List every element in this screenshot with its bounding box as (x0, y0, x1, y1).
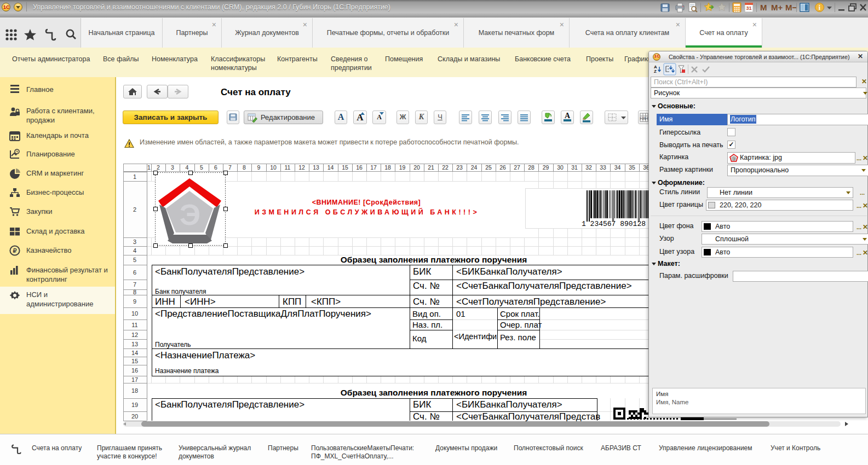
svg-text:<БИКБанкаПолучателя>: <БИКБанкаПолучателя> (456, 266, 562, 277)
svg-text:5: 5 (200, 164, 203, 171)
svg-text:34: 34 (614, 164, 621, 171)
svg-text:Образец заполнения платежного: Образец заполнения платежного поручения (341, 255, 527, 264)
svg-text:13: 13 (131, 341, 138, 347)
svg-text:4: 4 (133, 247, 136, 254)
svg-text:Э: Э (732, 157, 735, 161)
svg-text:<БанкПолучателяПредставление>: <БанкПолучателяПредставление> (155, 399, 304, 410)
svg-text:Код: Код (412, 334, 427, 343)
svg-text:15: 15 (342, 164, 348, 171)
svg-text:БИК: БИК (413, 399, 431, 410)
svg-text:1 234567 890128: 1 234567 890128 (582, 220, 646, 228)
svg-text:29: 29 (543, 164, 549, 171)
svg-text:01: 01 (456, 309, 465, 318)
svg-text:7: 7 (228, 164, 232, 171)
svg-text:31: 31 (571, 164, 578, 171)
svg-text:13: 13 (313, 164, 319, 171)
svg-text:26: 26 (499, 164, 506, 171)
svg-text:<СчетБанкаПолучателяПредставле: <СчетБанкаПолучателяПредставление> (456, 281, 632, 291)
svg-text:НАН: НАН (640, 117, 648, 120)
svg-text:19: 19 (131, 402, 138, 408)
svg-text:19: 19 (399, 164, 406, 171)
svg-text:<ИНН>: <ИНН> (185, 297, 216, 307)
svg-text:32: 32 (585, 164, 592, 171)
svg-text:31: 31 (746, 5, 751, 11)
svg-text:1: 1 (147, 164, 151, 171)
svg-text:₽: ₽ (13, 247, 17, 254)
svg-text:Получатель: Получатель (155, 341, 191, 348)
svg-text:18: 18 (384, 164, 391, 171)
svg-text:10: 10 (270, 164, 277, 171)
svg-text:Срок плат.: Срок плат. (500, 309, 540, 318)
svg-text:6: 6 (214, 164, 217, 171)
svg-text:<СчетБанкаПолучателяПредстав: <СчетБанкаПолучателяПредстав (456, 411, 600, 421)
svg-text:Назначение платежа: Назначение платежа (155, 367, 219, 375)
svg-text:3: 3 (133, 239, 136, 245)
svg-text:20: 20 (131, 413, 138, 420)
svg-text:Образец заполнения платежного: Образец заполнения платежного поручения (341, 388, 527, 397)
svg-text:КПП: КПП (283, 297, 301, 307)
svg-text:15: 15 (131, 358, 138, 364)
svg-text:21: 21 (428, 164, 434, 171)
svg-text:35: 35 (629, 164, 635, 171)
svg-text:5: 5 (133, 257, 136, 263)
svg-text:<НазначениеПлатежа>: <НазначениеПлатежа> (155, 350, 255, 361)
svg-text:11: 11 (131, 322, 137, 328)
svg-text:1: 1 (133, 173, 136, 180)
svg-text:12: 12 (131, 332, 138, 338)
svg-text:11: 11 (285, 164, 291, 171)
svg-text:M−: M− (785, 3, 797, 12)
svg-text:12: 12 (298, 164, 305, 171)
svg-text:Очер. плат: Очер. плат (500, 320, 542, 329)
svg-text:ИЗМЕНИЛСЯ ОБСЛУЖИВАЮЩИЙ БА: ИЗМЕНИЛСЯ ОБСЛУЖИВАЮЩИЙ БАНК!!!> (255, 208, 479, 216)
svg-text:10: 10 (131, 310, 138, 317)
svg-text:<ПредставлениеПоставщикаДляПла: <ПредставлениеПоставщикаДляПлатПоручения… (155, 309, 371, 319)
svg-text:18: 18 (131, 387, 138, 394)
svg-text:4: 4 (186, 164, 189, 171)
svg-text:8: 8 (133, 289, 136, 295)
svg-text:Вид оп.: Вид оп. (412, 309, 441, 318)
svg-text:Э: Э (180, 198, 200, 231)
svg-text:<ВНИМАНИЕ! [СрокДействия]: <ВНИМАНИЕ! [СрокДействия] (312, 199, 421, 206)
svg-text:Сч. №: Сч. № (413, 297, 440, 307)
svg-text:14: 14 (131, 350, 138, 356)
svg-text:30: 30 (557, 164, 564, 171)
svg-text:2: 2 (157, 164, 160, 171)
svg-text:БИК: БИК (413, 266, 431, 277)
svg-text:17: 17 (370, 164, 377, 171)
svg-text:M: M (760, 3, 767, 12)
svg-text:8: 8 (243, 164, 246, 171)
svg-text:16: 16 (131, 367, 138, 374)
svg-text:17: 17 (131, 376, 138, 383)
svg-text:Сч. №: Сч. № (413, 411, 440, 421)
svg-text:33: 33 (600, 164, 606, 171)
svg-text:Рез. поле: Рез. поле (500, 333, 536, 342)
svg-text:20: 20 (413, 164, 420, 171)
svg-text:14: 14 (327, 164, 334, 171)
svg-text:<БанкПолучателяПредставление>: <БанкПолучателяПредставление> (155, 266, 304, 277)
svg-text:22: 22 (442, 164, 449, 171)
svg-text:2: 2 (133, 206, 136, 213)
svg-text:Z: Z (654, 69, 657, 74)
svg-text:28: 28 (528, 164, 534, 171)
svg-text:7: 7 (133, 281, 136, 288)
svg-text:23: 23 (456, 164, 463, 171)
svg-text:<СчетПолучателяПредставление>: <СчетПолучателяПредставление> (456, 297, 606, 307)
svg-text:9: 9 (133, 298, 136, 305)
svg-text:Сч. №: Сч. № (413, 281, 440, 291)
svg-text:16: 16 (356, 164, 363, 171)
svg-text:25: 25 (485, 164, 492, 171)
svg-text:ИНН: ИНН (155, 297, 175, 307)
svg-text:24: 24 (471, 164, 478, 171)
svg-text:3: 3 (171, 164, 174, 171)
svg-text:27: 27 (514, 164, 520, 171)
svg-text:9: 9 (257, 164, 261, 171)
svg-text:6: 6 (133, 269, 136, 276)
svg-text:M+: M+ (771, 3, 783, 12)
svg-text:<БИКБанкаПолучателя>: <БИКБанкаПолучателя> (456, 399, 562, 410)
svg-text:Наз. пл.: Наз. пл. (412, 320, 442, 329)
svg-text:Банк получателя: Банк получателя (155, 288, 206, 295)
svg-text:<КПП>: <КПП> (311, 297, 341, 307)
svg-text:A: A (565, 112, 571, 120)
